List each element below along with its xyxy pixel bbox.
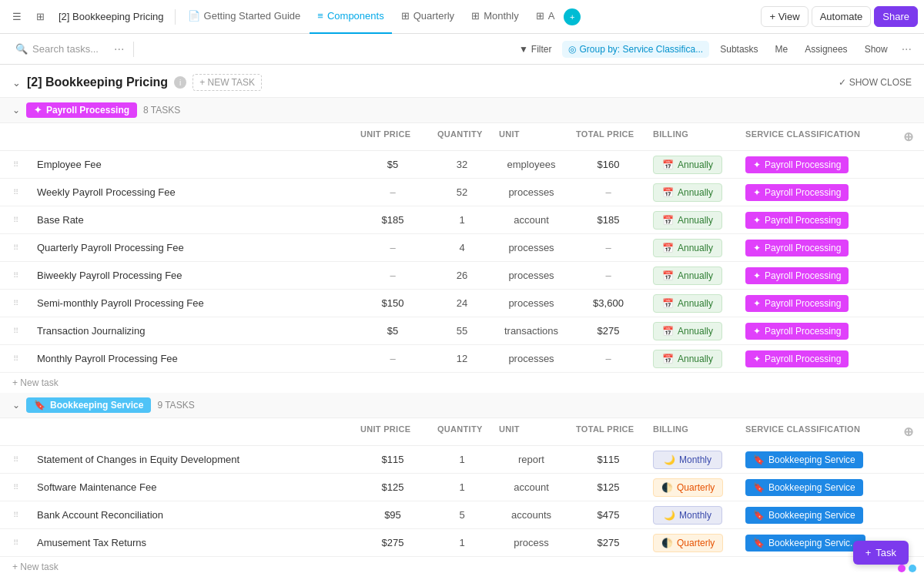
billing-badge[interactable]: 📅 Annually	[653, 322, 722, 340]
quantity-cell: 1	[431, 211, 493, 229]
main-content: ⌄ ✦ Payroll Processing 8 TASKS UNIT PRIC…	[0, 98, 924, 570]
billing-cell: 🌙 Monthly	[647, 448, 739, 472]
billing-badge[interactable]: 🌙 Monthly	[653, 451, 722, 469]
nav-right-actions: + View Automate Share	[761, 6, 918, 27]
new-task-row[interactable]: + New task	[0, 373, 924, 393]
drag-handle: ⠿	[0, 511, 31, 519]
subtasks-btn[interactable]: Subtasks	[714, 41, 764, 58]
grid-icon-btn[interactable]: ⊞	[29, 6, 51, 28]
unit-cell: processes	[493, 183, 570, 201]
billing-badge[interactable]: 🌙 Monthly	[653, 506, 722, 525]
sidebar-toggle[interactable]: ☰	[6, 6, 28, 28]
table-row[interactable]: ⠿ Employee Fee $5 32 employees $160 📅 An…	[0, 151, 924, 179]
tab-quarterly[interactable]: ⊞ Quarterly	[393, 0, 462, 34]
billing-label: Annually	[678, 159, 713, 170]
unit-cell: account	[493, 211, 570, 229]
service-label: Bookkeeping Service	[768, 482, 855, 493]
search-dots-btn[interactable]: ···	[111, 42, 127, 56]
table-row[interactable]: ⠿ Quarterly Payroll Processing Fee – 4 p…	[0, 234, 924, 262]
float-task-btn[interactable]: + Task	[853, 541, 909, 565]
quantity-cell: 5	[431, 506, 493, 524]
service-badge[interactable]: 🔖 Bookkeeping Servic...	[745, 535, 865, 552]
col-quantity: QUANTITY	[431, 421, 493, 442]
filter-btn[interactable]: ▼ Filter	[513, 41, 558, 58]
toolbar-more-btn[interactable]: ···	[899, 42, 915, 56]
group-label-payroll[interactable]: ✦ Payroll Processing	[26, 102, 137, 118]
service-badge[interactable]: ✦ Payroll Processing	[745, 267, 849, 284]
table-row[interactable]: ⠿ Monthly Payroll Processing Fee – 12 pr…	[0, 345, 924, 373]
group-toggle-bookkeeping[interactable]: ⌄	[12, 400, 20, 411]
add-col-btn[interactable]: ⊕	[893, 421, 924, 442]
tab-a[interactable]: ⊞ A	[528, 0, 563, 34]
service-icon: ✦	[753, 298, 761, 309]
tab-components[interactable]: ≡ Components	[310, 0, 391, 34]
group-icon: ◎	[568, 44, 576, 55]
unit-cell: accounts	[493, 506, 570, 524]
table-row[interactable]: ⠿ Weekly Payroll Processing Fee – 52 pro…	[0, 179, 924, 206]
table-row[interactable]: ⠿ Transaction Journalizing $5 55 transac…	[0, 317, 924, 345]
drag-handle: ⠿	[0, 188, 31, 196]
billing-badge[interactable]: 📅 Annually	[653, 183, 722, 202]
show-close-btn[interactable]: ✓ SHOW CLOSE	[839, 77, 912, 88]
service-badge[interactable]: 🔖 Bookkeeping Service	[745, 479, 863, 496]
service-badge[interactable]: ✦ Payroll Processing	[745, 184, 849, 201]
add-col-btn[interactable]: ⊕	[893, 126, 924, 147]
assignees-btn[interactable]: Assignees	[798, 41, 853, 58]
service-badge[interactable]: ✦ Payroll Processing	[745, 156, 849, 173]
automate-btn[interactable]: Automate	[812, 6, 872, 27]
col-unit: UNIT	[493, 126, 570, 147]
billing-badge[interactable]: 🌓 Quarterly	[653, 478, 723, 497]
tab-getting-started[interactable]: 📄 Getting Started Guide	[180, 0, 309, 34]
table-row[interactable]: ⠿ Semi-monthly Payroll Processing Fee $1…	[0, 290, 924, 317]
collapse-icon[interactable]: ⌄	[12, 77, 21, 89]
service-badge[interactable]: ✦ Payroll Processing	[745, 212, 849, 229]
group-label-bookkeeping[interactable]: 🔖 Bookkeeping Service	[26, 397, 151, 413]
billing-badge[interactable]: 📅 Annually	[653, 294, 722, 313]
service-badge[interactable]: 🔖 Bookkeeping Service	[745, 451, 863, 468]
billing-badge[interactable]: 📅 Annually	[653, 239, 722, 257]
table-row[interactable]: ⠿ Base Rate $185 1 account $185 📅 Annual…	[0, 206, 924, 234]
billing-badge[interactable]: 📅 Annually	[653, 267, 722, 285]
share-btn[interactable]: Share	[874, 6, 918, 27]
service-badge[interactable]: ✦ Payroll Processing	[745, 350, 849, 367]
table-row[interactable]: ⠿ Bank Account Reconciliation $95 5 acco…	[0, 501, 924, 529]
group-by-btn[interactable]: ◎ Group by: Service Classifica...	[562, 41, 709, 58]
service-badge[interactable]: ✦ Payroll Processing	[745, 323, 849, 340]
table-row[interactable]: ⠿ Statement of Changes in Equity Develop…	[0, 446, 924, 474]
list-icon: ≡	[317, 10, 323, 22]
info-icon[interactable]: i	[174, 76, 186, 89]
me-btn[interactable]: Me	[769, 41, 795, 58]
billing-badge[interactable]: 📅 Annually	[653, 350, 722, 368]
new-task-header-btn[interactable]: + NEW TASK	[192, 74, 262, 91]
show-btn[interactable]: Show	[859, 41, 894, 58]
service-label: Payroll Processing	[765, 243, 841, 253]
quantity-cell: 1	[431, 478, 493, 496]
task-name: Statement of Changes in Equity Developme…	[31, 449, 354, 470]
table-row[interactable]: ⠿ Biweekly Payroll Processing Fee – 26 p…	[0, 262, 924, 290]
service-badge[interactable]: ✦ Payroll Processing	[745, 295, 849, 312]
group-count-payroll: 8 TASKS	[143, 105, 180, 116]
task-name: Bank Account Reconciliation	[31, 505, 354, 525]
quantity-cell: 1	[431, 534, 493, 552]
service-badge[interactable]: 🔖 Bookkeeping Service	[745, 507, 863, 524]
task-name: Amusement Tax Returns	[31, 532, 354, 553]
billing-badge[interactable]: 📅 Annually	[653, 156, 722, 174]
plus-icon: +	[865, 547, 872, 558]
tab-overflow-icon[interactable]: +	[564, 8, 581, 25]
total-price-cell: $3,600	[570, 294, 647, 312]
nav-divider-1	[175, 9, 176, 25]
new-task-row[interactable]: + New task	[0, 557, 924, 570]
billing-label: Monthly	[679, 454, 711, 465]
unit-price-cell: $5	[354, 156, 431, 173]
search-box[interactable]: 🔍 Search tasks...	[9, 40, 105, 58]
service-label: Payroll Processing	[765, 354, 841, 364]
billing-badge[interactable]: 🌓 Quarterly	[653, 534, 723, 552]
table-row[interactable]: ⠿ Amusement Tax Returns $275 1 process $…	[0, 529, 924, 557]
group-section-bookkeeping: ⌄ 🔖 Bookkeeping Service 9 TASKS UNIT PRI…	[0, 393, 924, 570]
billing-badge[interactable]: 📅 Annually	[653, 211, 722, 230]
service-badge[interactable]: ✦ Payroll Processing	[745, 240, 849, 256]
table-row[interactable]: ⠿ Software Maintenance Fee $125 1 accoun…	[0, 474, 924, 501]
view-btn[interactable]: + View	[761, 6, 808, 27]
tab-monthly[interactable]: ⊞ Monthly	[464, 0, 527, 34]
group-toggle-payroll[interactable]: ⌄	[12, 105, 20, 116]
